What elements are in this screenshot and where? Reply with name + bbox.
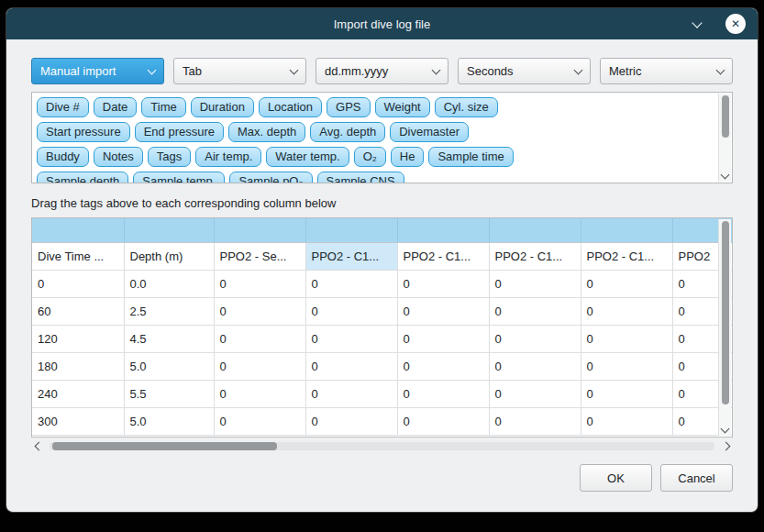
tag-chip[interactable]: Date — [94, 97, 137, 117]
horizontal-scrollbar[interactable] — [31, 439, 733, 453]
instruction-text: Drag the tags above to each correspondin… — [31, 196, 733, 210]
units-select[interactable]: Metric — [600, 58, 733, 84]
column-drop-cell[interactable] — [124, 218, 214, 242]
scroll-left-arrow[interactable] — [33, 443, 44, 449]
scrollbar-thumb[interactable] — [52, 442, 277, 450]
tag-chip[interactable]: Air temp. — [195, 147, 261, 167]
duration-format-select[interactable]: Seconds — [458, 58, 591, 84]
cell: 0 — [214, 297, 305, 325]
cell: 0 — [397, 352, 489, 380]
cell: 0 — [305, 297, 397, 325]
tag-chip[interactable]: Divemaster — [390, 122, 469, 142]
column-drop-cell[interactable] — [581, 218, 672, 242]
cancel-button[interactable]: Cancel — [660, 464, 733, 492]
tag-chip[interactable]: Sample pO₂ — [229, 172, 312, 183]
cell: 0 — [489, 325, 581, 352]
cell: 0 — [489, 352, 581, 380]
preview-table-wrap: Dive Time ... Depth (m) PPO2 - Se... PPO… — [31, 217, 733, 438]
tag-chip[interactable]: Duration — [191, 97, 254, 117]
chevron-down-icon — [716, 65, 725, 74]
column-header: PPO2 - Se... — [214, 242, 305, 270]
column-header: PPO2 - C1... — [489, 242, 581, 270]
cell: 2.5 — [124, 297, 214, 325]
tag-row: Buddy Notes Tags Air temp. Water temp. O… — [37, 147, 714, 167]
tag-chip[interactable]: Buddy — [37, 147, 89, 167]
scroll-down-arrow[interactable] — [719, 428, 731, 432]
column-drop-cell[interactable] — [397, 218, 489, 242]
scrollbar-track[interactable] — [50, 442, 714, 450]
column-header: Depth (m) — [124, 242, 214, 270]
tag-row: Sample depth Sample temp. Sample pO₂ Sam… — [37, 172, 714, 183]
column-drop-cell[interactable] — [305, 218, 397, 242]
drop-target-row — [32, 218, 733, 242]
cell: 0 — [489, 297, 581, 325]
tag-pool-scrollbar[interactable] — [718, 94, 731, 182]
chevron-down-icon[interactable] — [684, 8, 710, 39]
column-drop-cell[interactable] — [32, 218, 124, 242]
ok-button[interactable]: OK — [580, 464, 652, 492]
options-row: Manual import Tab dd.mm.yyyy Seconds Met… — [31, 58, 733, 84]
cell: 0 — [581, 380, 672, 407]
window-title: Import dive log file — [334, 17, 431, 31]
cell: 0.0 — [124, 270, 214, 297]
cell: 0 — [305, 270, 397, 297]
cell: 0 — [397, 325, 489, 352]
cell: 0 — [581, 325, 672, 352]
scroll-right-arrow[interactable] — [720, 443, 731, 449]
tag-chip[interactable]: Tags — [148, 147, 191, 167]
column-header: PPO2 - C1... — [581, 242, 672, 270]
dialog-buttons: OK Cancel — [31, 464, 733, 492]
tag-chip[interactable]: Sample depth — [37, 172, 128, 183]
tag-chip[interactable]: Time — [141, 97, 185, 117]
tag-chip[interactable]: Max. depth — [228, 122, 305, 142]
tag-chip[interactable]: Water temp. — [266, 147, 349, 167]
tag-chip[interactable]: He — [391, 147, 425, 167]
dialog-content: Manual import Tab dd.mm.yyyy Seconds Met… — [6, 39, 758, 492]
cell: 4.5 — [124, 325, 214, 352]
tag-row: Dive # Date Time Duration Location GPS W… — [37, 97, 714, 117]
table-vertical-scrollbar[interactable] — [718, 219, 731, 436]
preview-table: Dive Time ... Depth (m) PPO2 - Se... PPO… — [32, 218, 733, 436]
tag-chip[interactable]: End pressure — [135, 122, 224, 142]
cell: 0 — [397, 270, 489, 297]
tag-chip[interactable]: Location — [259, 97, 322, 117]
tag-chip[interactable]: Avg. depth — [310, 122, 385, 142]
cell: 0 — [214, 380, 305, 407]
table-row: 120 4.5 0 0 0 0 0 0 — [32, 325, 733, 352]
scroll-down-arrow[interactable] — [719, 174, 731, 178]
tag-chip[interactable]: Sample temp. — [133, 172, 225, 183]
tag-chip[interactable]: Notes — [94, 147, 143, 167]
cell: 5.0 — [124, 407, 214, 435]
tag-chip[interactable]: Sample time — [428, 147, 513, 167]
column-header: PPO2 - C1... — [305, 242, 397, 270]
date-format-select[interactable]: dd.mm.yyyy — [316, 58, 448, 84]
cell: 60 — [32, 297, 124, 325]
scrollbar-thumb[interactable] — [722, 221, 729, 405]
column-header: Dive Time ... — [32, 242, 124, 270]
column-drop-cell[interactable] — [214, 218, 305, 242]
cell: 5.5 — [124, 380, 214, 407]
column-drop-cell[interactable] — [489, 218, 581, 242]
tag-chip[interactable]: Weight — [375, 97, 430, 117]
tag-chip[interactable]: GPS — [327, 97, 370, 117]
import-dialog: Import dive log file ✕ Manual import Tab… — [6, 8, 758, 512]
titlebar[interactable]: Import dive log file ✕ — [6, 8, 758, 39]
tag-chip[interactable]: O₂ — [354, 147, 386, 167]
tag-chip[interactable]: Cyl. size — [435, 97, 498, 117]
cell: 0 — [581, 270, 672, 297]
chevron-down-icon — [432, 65, 441, 74]
cell: 0 — [214, 352, 305, 380]
scrollbar-thumb[interactable] — [722, 95, 729, 138]
table-row: 300 5.0 0 0 0 0 0 0 — [32, 407, 733, 435]
import-mode-select[interactable]: Manual import — [31, 58, 164, 84]
close-button[interactable]: ✕ — [725, 14, 746, 34]
cell: 240 — [32, 380, 124, 407]
cell: 0 — [489, 270, 581, 297]
tag-chip[interactable]: Start pressure — [37, 122, 130, 142]
close-icon: ✕ — [731, 17, 740, 30]
field-separator-select[interactable]: Tab — [173, 58, 306, 84]
tag-chip[interactable]: Sample CNS — [317, 172, 404, 183]
cell: 0 — [489, 407, 581, 435]
table-row: 60 2.5 0 0 0 0 0 0 — [32, 297, 733, 325]
tag-chip[interactable]: Dive # — [37, 97, 89, 117]
